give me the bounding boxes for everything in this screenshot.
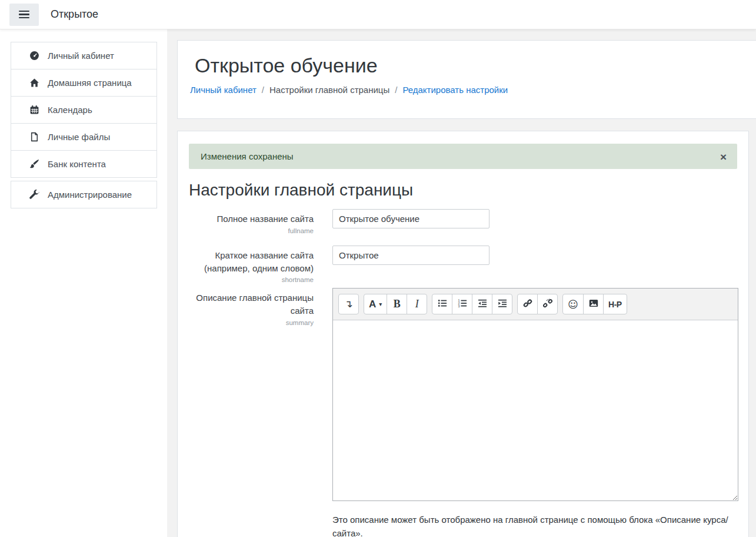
site-title: Открытое <box>51 8 98 21</box>
svg-text:3: 3 <box>458 304 459 308</box>
numbered-list-icon: 123 <box>458 299 467 310</box>
hamburger-menu-button[interactable] <box>9 4 39 26</box>
sidebar-item-label: Банк контента <box>48 159 106 169</box>
unlink-button[interactable] <box>537 294 558 314</box>
caret-down-icon: ▾ <box>379 301 382 307</box>
form-row-shortname: Краткое название сайта (например, одним … <box>189 246 737 284</box>
shortname-code: shortname <box>189 276 314 283</box>
sidebar-item-administration[interactable]: Администрирование <box>11 181 157 208</box>
form-title: Настройки главной страницы <box>189 181 737 200</box>
file-icon <box>28 132 41 142</box>
editor-toolbar: ↴ A ▾ B <box>333 289 738 320</box>
font-style-button[interactable]: A ▾ <box>364 294 387 314</box>
breadcrumb-link-dashboard[interactable]: Личный кабинет <box>190 85 257 95</box>
main-content: Открытое обучение Личный кабинет / Настр… <box>167 29 756 537</box>
breadcrumb-separator: / <box>395 85 397 95</box>
sidebar-item-private-files[interactable]: Личные файлы <box>11 123 157 151</box>
settings-form-card: Изменения сохранены × Настройки главной … <box>177 131 749 537</box>
sidebar-item-home[interactable]: Домашняя страница <box>11 69 157 97</box>
unordered-list-button[interactable] <box>432 294 452 314</box>
field-label-shortname: Краткое название сайта (например, одним … <box>189 246 314 284</box>
field-label-fullname: Полное название сайта fullname <box>189 209 314 234</box>
summary-help-text: Это описание может быть отображено на гл… <box>332 513 730 537</box>
sidebar-nav-drawer: Личный кабинет Домашняя страница Календа… <box>0 29 167 537</box>
outdent-icon <box>478 299 487 310</box>
form-row-summary: Описание главной страницы сайта summary … <box>189 288 737 537</box>
alert-message: Изменения сохранены <box>201 151 294 161</box>
toolbar-group-lists: 123 <box>432 294 512 314</box>
form-row-fullname: Полное название сайта fullname <box>189 209 737 234</box>
success-alert: Изменения сохранены × <box>189 144 737 169</box>
h5p-button[interactable]: H-P <box>603 294 627 314</box>
link-button[interactable] <box>517 294 538 314</box>
sidebar-item-calendar[interactable]: Календарь <box>11 96 157 124</box>
sidebar-item-label: Личные файлы <box>48 132 110 142</box>
toolbar-group-links <box>517 294 558 314</box>
breadcrumb-link-edit-settings[interactable]: Редактировать настройки <box>402 85 508 95</box>
summary-code: summary <box>189 319 314 326</box>
indent-icon <box>498 299 507 310</box>
sidebar-group-admin: Администрирование <box>11 181 157 208</box>
sidebar-item-label: Домашняя страница <box>48 78 132 88</box>
image-button[interactable] <box>583 294 604 314</box>
page-title: Открытое обучение <box>195 54 744 77</box>
smiley-icon: ☺ <box>568 299 578 310</box>
toolbar-group-collapse: ↴ <box>338 294 359 314</box>
breadcrumb-separator: / <box>262 85 264 95</box>
emoji-button[interactable]: ☺ <box>562 294 584 314</box>
field-label-summary: Описание главной страницы сайта summary <box>189 288 314 537</box>
toolbar-group-media: ☺ H-P <box>562 294 627 314</box>
summary-label-text: Описание главной страницы сайта <box>196 293 314 316</box>
wrench-icon <box>28 190 41 200</box>
sidebar-item-label: Администрирование <box>48 190 132 200</box>
bullet-list-icon <box>438 299 447 310</box>
fullname-code: fullname <box>189 227 314 234</box>
outdent-button[interactable] <box>472 294 492 314</box>
close-icon: × <box>720 150 727 163</box>
hamburger-icon <box>19 11 29 19</box>
sidebar-item-content-bank[interactable]: Банк контента <box>11 150 157 178</box>
italic-icon: I <box>415 298 419 310</box>
sidebar-item-label: Календарь <box>48 105 92 115</box>
indent-button[interactable] <box>492 294 512 314</box>
shortname-input[interactable] <box>332 246 489 265</box>
sidebar-group-main: Личный кабинет Домашняя страница Календа… <box>11 42 157 178</box>
fullname-label-text: Полное название сайта <box>217 214 314 224</box>
calendar-icon <box>28 105 41 115</box>
dashboard-icon <box>28 51 41 61</box>
summary-editor: ↴ A ▾ B <box>332 288 738 501</box>
bold-icon: B <box>394 298 401 310</box>
font-letter-icon: A <box>369 299 376 310</box>
sidebar-item-dashboard[interactable]: Личный кабинет <box>11 42 157 69</box>
shortname-label-text: Краткое название сайта (например, одним … <box>204 250 314 273</box>
link-icon <box>523 299 532 310</box>
sidebar-item-label: Личный кабинет <box>48 51 114 61</box>
page-header-card: Открытое обучение Личный кабинет / Настр… <box>177 40 756 119</box>
alert-close-button[interactable]: × <box>718 150 729 163</box>
unlink-icon <box>543 299 552 310</box>
collapse-arrow-icon: ↴ <box>344 299 352 309</box>
topbar: Открытое <box>0 0 756 29</box>
toolbar-group-text: A ▾ B I <box>364 294 427 314</box>
h5p-icon: H-P <box>608 300 622 309</box>
fullname-input[interactable] <box>332 209 489 228</box>
breadcrumb: Личный кабинет / Настройки главной стран… <box>190 85 744 95</box>
home-icon <box>28 78 41 88</box>
bold-button[interactable]: B <box>387 294 407 314</box>
toolbar-collapse-button[interactable]: ↴ <box>338 294 359 314</box>
breadcrumb-item-current: Настройки главной страницы <box>269 85 389 95</box>
paintbrush-icon <box>28 159 41 169</box>
italic-button[interactable]: I <box>407 294 427 314</box>
summary-editor-textarea[interactable] <box>333 320 738 500</box>
image-icon <box>589 299 598 310</box>
ordered-list-button[interactable]: 123 <box>452 294 472 314</box>
